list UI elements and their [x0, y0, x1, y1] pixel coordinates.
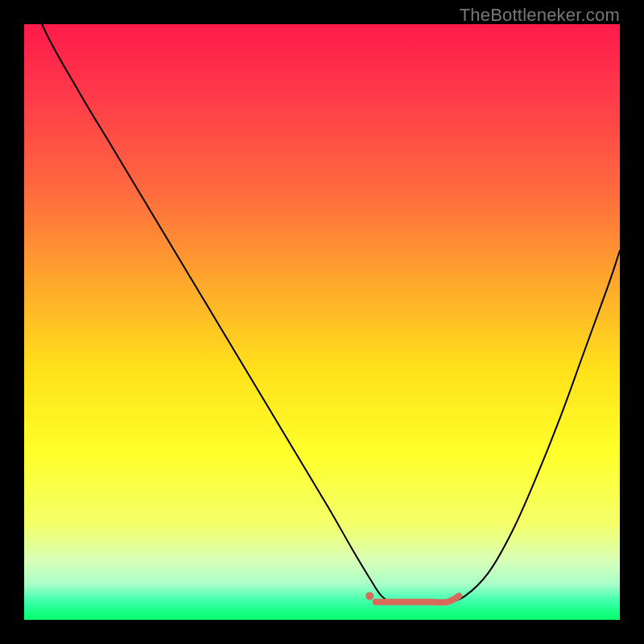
watermark-text: TheBottleneker.com — [460, 5, 620, 26]
chart-container: TheBottleneker.com — [0, 0, 644, 644]
curve-layer — [24, 24, 620, 620]
highlight-dot — [365, 592, 374, 600]
plot-area — [24, 24, 620, 620]
series-bottleneck-curve — [24, 24, 620, 602]
series-highlight-flat — [376, 596, 460, 602]
